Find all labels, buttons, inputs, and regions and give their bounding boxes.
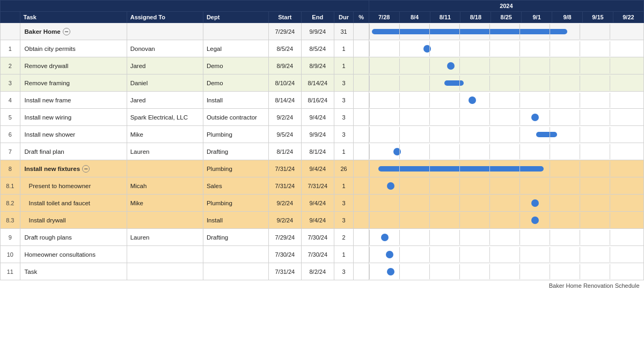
row-start: 8/9/24 xyxy=(268,57,301,74)
gantt-dot xyxy=(447,62,455,70)
th-end: End xyxy=(301,12,334,23)
row-pct xyxy=(354,177,369,195)
row-start: 8/5/24 xyxy=(268,40,301,57)
row-end: 7/31/24 xyxy=(301,177,334,195)
gantt-cell xyxy=(369,143,643,160)
row-dur: 1 xyxy=(334,246,354,263)
header-spacer xyxy=(1,1,369,12)
row-num xyxy=(1,23,20,40)
row-task: Draft rough plans xyxy=(20,229,127,246)
row-dur: 3 xyxy=(334,263,354,280)
row-dept: Plumbing xyxy=(203,126,268,143)
row-assigned: Jared xyxy=(127,92,203,109)
gantt-bar xyxy=(378,166,544,172)
row-dur: 1 xyxy=(334,177,354,195)
row-start: 7/29/24 xyxy=(268,23,301,40)
table-row: 8.2Install toilet and faucetMikePlumbing… xyxy=(1,195,644,212)
th-assigned: Assigned To xyxy=(127,12,203,23)
row-start: 8/14/24 xyxy=(268,92,301,109)
gantt-cell xyxy=(369,109,643,126)
th-825: 8/25 xyxy=(491,12,522,23)
gantt-dot xyxy=(469,96,476,104)
row-pct xyxy=(354,195,369,212)
header-year-row: 2024 xyxy=(1,1,644,12)
row-pct xyxy=(354,263,369,280)
collapse-icon[interactable]: − xyxy=(63,28,70,35)
row-pct xyxy=(354,229,369,246)
row-task: Baker Home− xyxy=(20,23,127,40)
row-num: 2 xyxy=(1,57,20,74)
gantt-dot xyxy=(531,114,539,121)
row-assigned xyxy=(127,246,203,263)
row-end: 8/14/24 xyxy=(301,74,334,92)
gantt-dot xyxy=(531,199,539,207)
row-dur: 3 xyxy=(334,195,354,212)
row-dept: Demo xyxy=(203,57,268,74)
table-row: 6Install new showerMikePlumbing9/5/249/9… xyxy=(1,126,644,143)
row-pct xyxy=(354,109,369,126)
table-row: 11Task7/31/248/2/243 xyxy=(1,263,644,280)
row-task: Draft final plan xyxy=(20,143,127,160)
footer-row: Baker Home Renovation Schedule xyxy=(1,280,644,290)
row-dur: 3 xyxy=(334,212,354,229)
row-num: 7 xyxy=(1,143,20,160)
row-num: 8 xyxy=(1,160,20,177)
row-task: Install new shower xyxy=(20,126,127,143)
row-end: 7/30/24 xyxy=(301,246,334,263)
row-dur: 3 xyxy=(334,74,354,92)
collapse-icon[interactable]: − xyxy=(82,165,90,173)
th-dur: Dur xyxy=(334,12,354,23)
th-91: 9/1 xyxy=(522,12,552,23)
row-task: Install toilet and faucet xyxy=(20,195,127,212)
row-dept: Plumbing xyxy=(203,195,268,212)
th-811: 8/11 xyxy=(430,12,460,23)
row-end: 9/9/24 xyxy=(301,126,334,143)
row-task: Install new wiring xyxy=(20,109,127,126)
row-end: 9/4/24 xyxy=(301,109,334,126)
gantt-container: 2024 Task Assigned To Dept Start End Dur… xyxy=(0,0,644,290)
th-dept: Dept xyxy=(203,12,268,23)
gantt-cell xyxy=(369,57,643,74)
row-dept: Sales xyxy=(203,177,268,195)
header-cols-row: Task Assigned To Dept Start End Dur % 7/… xyxy=(1,12,644,23)
table-row: 2Remove drywallJaredDemo8/9/248/9/241 xyxy=(1,57,644,74)
gantt-cell xyxy=(369,40,643,57)
table-row: 9Draft rough plansLaurenDrafting7/29/247… xyxy=(1,229,644,246)
row-task: Remove framing xyxy=(20,74,127,92)
row-pct xyxy=(354,212,369,229)
th-84: 8/4 xyxy=(399,12,430,23)
table-row: 5Install new wiringSpark Electrical, LLC… xyxy=(1,109,644,126)
table-row: Baker Home−7/29/249/9/2431 xyxy=(1,23,644,40)
row-assigned: Donovan xyxy=(127,40,203,57)
row-start: 9/5/24 xyxy=(268,126,301,143)
row-num: 11 xyxy=(1,263,20,280)
row-end: 9/4/24 xyxy=(301,195,334,212)
row-dur: 3 xyxy=(334,92,354,109)
row-dur: 1 xyxy=(334,143,354,160)
row-assigned: Lauren xyxy=(127,229,203,246)
table-row: 1Obtain city permitsDonovanLegal8/5/248/… xyxy=(1,40,644,57)
row-start: 9/2/24 xyxy=(268,109,301,126)
row-start: 7/31/24 xyxy=(268,263,301,280)
table-row: 4Install new frameJaredInstall8/14/248/1… xyxy=(1,92,644,109)
gantt-cell xyxy=(369,229,643,246)
table-row: 8.3Install drywallInstall9/2/249/4/243 xyxy=(1,212,644,229)
row-pct xyxy=(354,40,369,57)
row-num: 8.2 xyxy=(1,195,20,212)
th-728: 7/28 xyxy=(369,12,399,23)
gantt-dot xyxy=(386,251,393,258)
row-end: 9/4/24 xyxy=(301,212,334,229)
row-pct xyxy=(354,246,369,263)
row-start: 9/2/24 xyxy=(268,195,301,212)
row-pct xyxy=(354,92,369,109)
row-dur: 31 xyxy=(334,23,354,40)
row-num: 3 xyxy=(1,74,20,92)
row-assigned: Daniel xyxy=(127,74,203,92)
gantt-cell xyxy=(369,212,643,229)
row-task: Install drywall xyxy=(20,212,127,229)
row-num: 10 xyxy=(1,246,20,263)
row-task: Homeowner consultations xyxy=(20,246,127,263)
th-start: Start xyxy=(268,12,301,23)
row-pct xyxy=(354,57,369,74)
row-assigned: Lauren xyxy=(127,143,203,160)
